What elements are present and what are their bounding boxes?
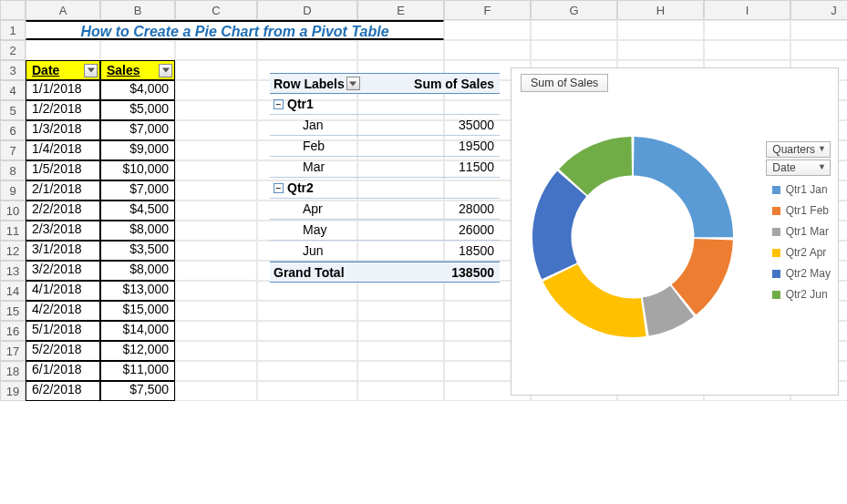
column-header-A[interactable]: A [26, 0, 100, 20]
cell[interactable] [790, 20, 847, 40]
row-header-8[interactable]: 8 [0, 160, 26, 180]
column-header-J[interactable]: J [790, 0, 847, 20]
data-cell-date[interactable]: 2/2/2018 [26, 201, 100, 221]
data-cell-date[interactable]: 4/2/2018 [26, 301, 100, 321]
cell[interactable] [175, 301, 257, 321]
pivot-group-row[interactable]: −Qtr2 [270, 178, 500, 199]
data-header-sales[interactable]: Sales [100, 60, 175, 80]
data-cell-sales[interactable]: $10,000 [100, 160, 175, 180]
data-cell-sales[interactable]: $5,000 [100, 100, 175, 120]
legend-item[interactable]: Qtr1 Feb [772, 204, 831, 217]
cell[interactable] [357, 321, 444, 341]
data-cell-date[interactable]: 5/2/2018 [26, 341, 100, 361]
collapse-icon[interactable]: − [274, 99, 284, 109]
cell[interactable] [175, 80, 257, 100]
cell[interactable] [357, 40, 444, 60]
cell[interactable] [175, 201, 257, 221]
cell[interactable] [790, 40, 847, 60]
cell[interactable] [357, 361, 444, 381]
donut-slice[interactable] [634, 137, 733, 237]
row-header-12[interactable]: 12 [0, 241, 26, 261]
cell[interactable] [175, 361, 257, 381]
data-cell-date[interactable]: 3/1/2018 [26, 241, 100, 261]
data-cell-sales[interactable]: $7,000 [100, 120, 175, 140]
chart-value-field-button[interactable]: Sum of Sales [521, 74, 608, 92]
legend-item[interactable]: Qtr1 Jan [772, 183, 831, 196]
cell[interactable] [26, 40, 100, 60]
cell[interactable] [704, 40, 790, 60]
cell[interactable] [175, 60, 257, 80]
row-header-4[interactable]: 4 [0, 80, 26, 100]
row-header-11[interactable]: 11 [0, 221, 26, 241]
data-header-date[interactable]: Date [26, 60, 100, 80]
cell[interactable] [357, 301, 444, 321]
column-header-C[interactable]: C [175, 0, 257, 20]
data-cell-date[interactable]: 2/3/2018 [26, 221, 100, 241]
data-cell-sales[interactable]: $8,000 [100, 221, 175, 241]
cell[interactable] [175, 140, 257, 160]
cell[interactable] [257, 381, 357, 401]
column-header-H[interactable]: H [617, 0, 704, 20]
chart-field-button-date[interactable]: Date [766, 159, 831, 176]
pivot-chart[interactable]: Sum of Sales QuartersDate Qtr1 JanQtr1 F… [511, 67, 839, 396]
data-cell-sales[interactable]: $13,000 [100, 281, 175, 301]
cell[interactable] [257, 361, 357, 381]
row-header-14[interactable]: 14 [0, 281, 26, 301]
cell[interactable] [175, 341, 257, 361]
cell[interactable] [175, 321, 257, 341]
data-cell-date[interactable]: 1/2/2018 [26, 100, 100, 120]
column-header-D[interactable]: D [257, 0, 357, 20]
row-header-6[interactable]: 6 [0, 120, 26, 140]
data-cell-sales[interactable]: $14,000 [100, 321, 175, 341]
data-cell-sales[interactable]: $15,000 [100, 301, 175, 321]
data-cell-sales[interactable]: $4,500 [100, 201, 175, 221]
row-header-7[interactable]: 7 [0, 140, 26, 160]
data-cell-sales[interactable]: $11,000 [100, 361, 175, 381]
date-filter-button[interactable] [84, 64, 98, 77]
cell[interactable] [617, 40, 704, 60]
row-header-16[interactable]: 16 [0, 321, 26, 341]
pivot-item-row[interactable]: May26000 [270, 220, 500, 241]
data-cell-sales[interactable]: $7,500 [100, 381, 175, 401]
chart-field-button-quarters[interactable]: Quarters [766, 141, 831, 158]
row-header-18[interactable]: 18 [0, 361, 26, 381]
pivot-item-row[interactable]: Jan35000 [270, 115, 500, 136]
pivot-item-row[interactable]: Mar11500 [270, 157, 500, 178]
data-cell-sales[interactable]: $8,000 [100, 261, 175, 281]
pivot-item-row[interactable]: Feb19500 [270, 136, 500, 157]
cell[interactable] [444, 20, 531, 40]
cell[interactable] [257, 40, 357, 60]
cell[interactable] [175, 241, 257, 261]
cell[interactable] [175, 160, 257, 180]
sales-filter-button[interactable] [159, 64, 172, 77]
pivot-item-row[interactable]: Apr28000 [270, 199, 500, 220]
legend-item[interactable]: Qtr2 Jun [772, 288, 831, 301]
column-header-B[interactable]: B [100, 0, 175, 20]
data-cell-date[interactable]: 6/1/2018 [26, 361, 100, 381]
cell[interactable] [257, 281, 357, 301]
select-all-cell[interactable] [0, 0, 26, 20]
cell[interactable] [531, 40, 617, 60]
row-header-13[interactable]: 13 [0, 261, 26, 281]
cell[interactable] [175, 40, 257, 60]
cell[interactable] [257, 301, 357, 321]
cell[interactable] [357, 341, 444, 361]
cell[interactable] [175, 120, 257, 140]
row-header-19[interactable]: 19 [0, 381, 26, 401]
legend-item[interactable]: Qtr1 Mar [772, 225, 831, 238]
column-header-I[interactable]: I [704, 0, 790, 20]
cell[interactable] [175, 221, 257, 241]
cell[interactable] [531, 20, 617, 40]
cell[interactable] [175, 100, 257, 120]
cell[interactable] [617, 20, 704, 40]
row-header-3[interactable]: 3 [0, 60, 26, 80]
data-cell-sales[interactable]: $9,000 [100, 140, 175, 160]
column-header-G[interactable]: G [531, 0, 617, 20]
cell[interactable] [257, 321, 357, 341]
row-header-5[interactable]: 5 [0, 100, 26, 120]
pivot-group-row[interactable]: −Qtr1 [270, 94, 500, 115]
data-cell-sales[interactable]: $12,000 [100, 341, 175, 361]
donut-slice[interactable] [543, 264, 646, 337]
cell[interactable] [704, 20, 790, 40]
data-cell-date[interactable]: 1/5/2018 [26, 160, 100, 180]
